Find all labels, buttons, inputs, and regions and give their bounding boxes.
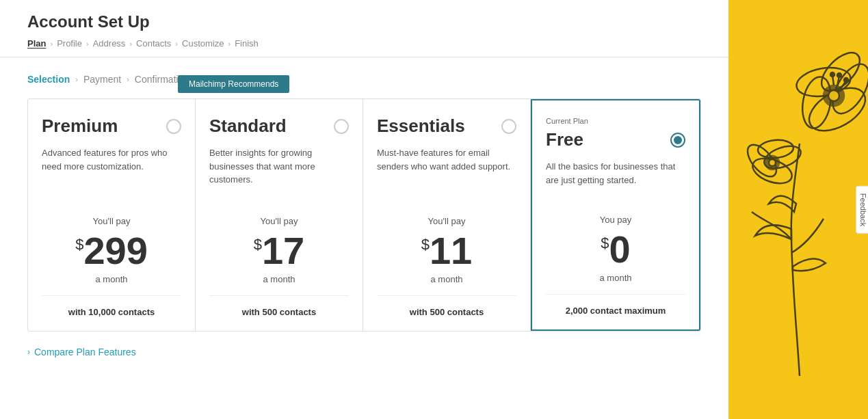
plan-premium-radio[interactable] <box>166 119 181 134</box>
breadcrumb-sep-5: › <box>228 40 231 48</box>
plan-standard-you-pay: You'll pay <box>261 216 298 226</box>
subnav-payment[interactable]: Payment <box>83 74 121 85</box>
plan-card-premium[interactable]: Premium Advanced features for pros who n… <box>28 99 196 331</box>
breadcrumb-sep-2: › <box>86 40 89 48</box>
subnav-sep-1: › <box>75 75 78 83</box>
plan-free-currency: $ <box>601 236 609 251</box>
breadcrumb-sep-3: › <box>129 40 132 48</box>
svg-point-11 <box>837 73 841 77</box>
plan-premium-header: Premium <box>42 116 181 137</box>
plan-essentials-name: Essentials <box>377 116 465 137</box>
plan-standard-currency: $ <box>254 237 262 252</box>
svg-point-10 <box>830 72 834 77</box>
plan-premium-amount: 299 <box>83 232 147 270</box>
plan-essentials-radio[interactable] <box>501 119 516 134</box>
plan-card-free[interactable]: Current Plan Free All the basics for bus… <box>531 99 700 331</box>
breadcrumb-customize[interactable]: Customize <box>182 38 224 49</box>
plan-standard-amount: 17 <box>262 232 304 270</box>
plan-free-period: a month <box>600 273 632 283</box>
main-content: Account Set Up Plan › Profile › Address … <box>0 0 728 419</box>
plan-essentials-you-pay: You'll pay <box>428 216 466 226</box>
plans-grid: Premium Advanced features for pros who n… <box>27 98 701 332</box>
plan-essentials-contacts: with 500 contacts <box>377 295 516 317</box>
breadcrumb-sep-4: › <box>175 40 178 48</box>
svg-point-6 <box>828 90 839 101</box>
plan-standard-desc: Better insights for growing businesses t… <box>209 146 349 202</box>
plan-free-contacts: 2,000 contact maximum <box>546 294 685 316</box>
plan-standard-period: a month <box>263 274 295 284</box>
content-area: Selection › Payment › Confirmation Mailc… <box>0 57 728 419</box>
plan-premium-period: a month <box>96 274 128 284</box>
subnav-sep-2: › <box>127 75 129 83</box>
svg-point-12 <box>844 78 848 82</box>
recommendation-badge: Mailchimp Recommends <box>178 75 289 93</box>
plan-standard-name: Standard <box>209 116 287 137</box>
plan-essentials-price-row: $ 11 <box>421 232 473 270</box>
plan-free-price-row: $ 0 <box>601 230 630 269</box>
compare-link-label: Compare Plan Features <box>34 347 136 357</box>
sub-nav: Selection › Payment › Confirmation <box>27 74 701 85</box>
top-header: Account Set Up Plan › Profile › Address … <box>0 0 728 57</box>
plan-essentials-period: a month <box>431 274 463 284</box>
feedback-tab[interactable]: Feedback <box>856 185 868 233</box>
decorative-flower-illustration <box>728 34 868 376</box>
plan-standard-pricing: You'll pay $ 17 a month <box>209 216 349 284</box>
plan-essentials-amount: 11 <box>430 232 472 270</box>
svg-point-18 <box>769 159 776 166</box>
plan-standard-contacts: with 500 contacts <box>209 295 349 317</box>
plan-essentials-header: Essentials <box>377 116 516 137</box>
sidebar-panel: Feedback <box>728 0 868 419</box>
subnav-selection[interactable]: Selection <box>27 74 70 85</box>
plan-premium-contacts: with 10,000 contacts <box>42 295 181 317</box>
plan-premium-name: Premium <box>42 116 118 137</box>
breadcrumb-address[interactable]: Address <box>93 38 126 49</box>
breadcrumb: Plan › Profile › Address › Contacts › Cu… <box>27 38 701 49</box>
breadcrumb-sep-1: › <box>50 40 53 48</box>
plan-standard-price-row: $ 17 <box>254 232 305 270</box>
compare-chevron-icon: › <box>27 347 30 357</box>
plans-wrapper: Mailchimp Recommends Premium Advanced fe… <box>27 98 701 332</box>
plan-essentials-pricing: You'll pay $ 11 a month <box>377 216 516 284</box>
plan-card-essentials[interactable]: Essentials Must-have features for email … <box>363 99 531 331</box>
plan-standard-header: Standard <box>209 116 349 137</box>
plan-standard-radio[interactable] <box>334 119 349 134</box>
compare-link[interactable]: › Compare Plan Features <box>27 347 701 357</box>
plan-free-name: Free <box>546 129 583 150</box>
plan-essentials-currency: $ <box>421 237 430 252</box>
plan-premium-you-pay: You'll pay <box>93 216 131 226</box>
page-title: Account Set Up <box>27 12 701 31</box>
plan-free-you-pay: You pay <box>600 215 632 225</box>
breadcrumb-finish[interactable]: Finish <box>235 38 259 49</box>
plan-premium-pricing: You'll pay $ 299 a month <box>42 216 181 284</box>
plan-free-desc: All the basics for businesses that are j… <box>546 160 685 201</box>
current-plan-label: Current Plan <box>546 117 685 125</box>
plan-free-pricing: You pay $ 0 a month <box>546 215 685 283</box>
plan-free-header: Free <box>546 129 685 150</box>
plan-premium-currency: $ <box>75 237 83 252</box>
breadcrumb-contacts[interactable]: Contacts <box>136 38 171 49</box>
plan-free-radio[interactable] <box>670 133 685 148</box>
plan-free-amount: 0 <box>609 230 631 269</box>
breadcrumb-profile[interactable]: Profile <box>57 38 82 49</box>
plan-essentials-desc: Must-have features for email senders who… <box>377 146 516 202</box>
plan-card-standard[interactable]: Standard Better insights for growing bus… <box>196 99 363 331</box>
breadcrumb-plan[interactable]: Plan <box>27 38 46 49</box>
plan-premium-desc: Advanced features for pros who need more… <box>42 146 181 202</box>
plan-premium-price-row: $ 299 <box>75 232 148 270</box>
